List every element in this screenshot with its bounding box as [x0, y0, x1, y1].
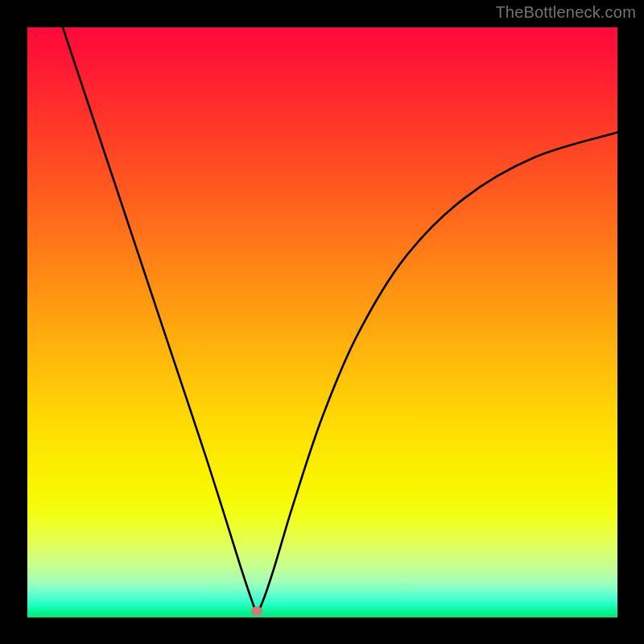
optimal-point-marker — [251, 606, 262, 615]
plot-area — [27, 27, 617, 617]
bottleneck-curve — [27, 27, 617, 617]
chart-frame: TheBottleneck.com — [0, 0, 644, 644]
attribution-label: TheBottleneck.com — [495, 3, 636, 22]
curve-path — [63, 27, 617, 612]
